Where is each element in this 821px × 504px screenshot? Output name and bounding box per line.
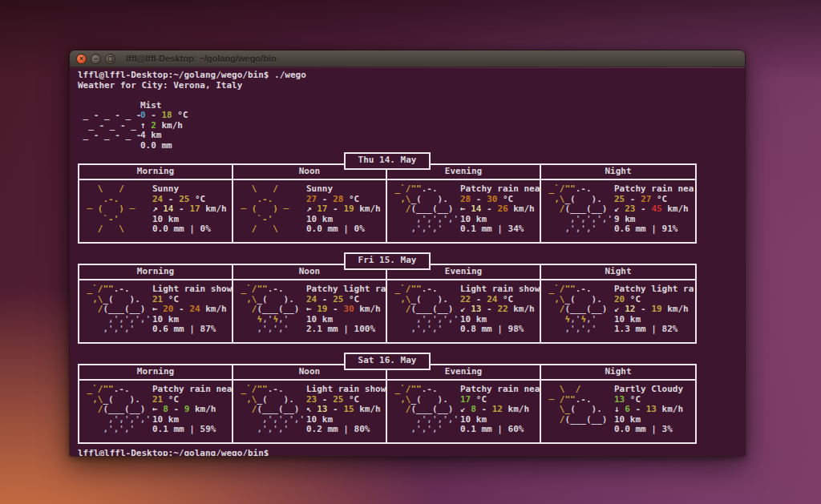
- minimize-icon: –: [94, 55, 98, 62]
- forecast-text: Patchy rain nea 21 °C ← 8 - 9 km/h 10 km…: [152, 385, 232, 437]
- weather-icon-rain: _`/"".-. ,\_( ). /(___(__) ‚'‚'‚'‚' ‚'‚'…: [82, 385, 151, 437]
- forecast-text: Patchy light ra 24 - 25 °C ← 19 - 30 km/…: [306, 284, 386, 337]
- day-section: Sat 16. MayMorningNoonEveningNight _`/""…: [78, 353, 697, 444]
- forecast-cell: \ / ─ /"".-. \_( ). /(___(__) Partly Clo…: [541, 381, 695, 442]
- current-conditions-text: Mist 0 - 18 °C ↑ 2 km/h 4 km 0.0 mm: [140, 101, 188, 151]
- window-titlebar[interactable]: × – ◻ lffl@lffl-Desktop: ~/golang/wego/b…: [70, 50, 745, 67]
- weather-icon-partly-cloudy: \ / ─ /"".-. \_( ). /(___(__): [544, 385, 613, 437]
- window-title: lffl@lffl-Desktop: ~/golang/wego/bin: [126, 54, 277, 63]
- forecast-cell: _`/"".-. ,\_( ). /(___(__) ‚'‚'‚'‚' ‚'‚'…: [387, 381, 541, 442]
- weather-icon-sunny: \ / .-. ─ ( ) ─ `-' / \: [82, 184, 151, 237]
- day-label: Sat 16. May: [344, 353, 431, 370]
- close-button[interactable]: ×: [76, 54, 87, 64]
- shell-prompt: lffl@lffl-Desktop:~/golang/wego/bin$: [78, 70, 269, 80]
- weather-icon-rain: _`/"".-. ,\_( ). /(___(__) ‚'‚'‚'‚' ‚'‚'…: [82, 284, 151, 337]
- forecast-text: Patchy rain nea 17 °C ↙ 8 - 12 km/h 10 k…: [460, 385, 540, 437]
- forecast-text: Light rain show 21 °C ← 20 - 24 km/h 10 …: [152, 284, 232, 337]
- day-section: Thu 14. MayMorningNoonEveningNight \ / .…: [78, 152, 697, 244]
- forecast-table: MorningNoonEveningNight _`/"".-. ,\_( ).…: [78, 264, 697, 345]
- forecast-cell: _`/"".-. ,\_( ). /(___(__) ‚'‚'‚'‚' ‚'‚'…: [79, 381, 233, 442]
- forecast-text: Partly Cloudy 13 °C ↓ 6 - 13 km/h 10 km …: [614, 385, 695, 437]
- city-line: Weather for City: Verona, Italy: [78, 81, 737, 91]
- close-icon: ×: [79, 55, 83, 62]
- forecast-text: Sunny 24 - 25 °C ↗ 14 - 17 km/h 10 km 0.…: [152, 184, 232, 237]
- command-text: ./wego: [269, 70, 305, 80]
- forecast-cell: \ / .-. ─ ( ) ─ `-' / \Sunny 24 - 25 °C …: [79, 180, 233, 242]
- forecast-cell: _`/"".-. ,\_( ). /(___(__) ‚'‚'‚'‚' ‚'‚'…: [79, 280, 233, 342]
- forecast-text: Patchy rain nea 25 - 27 °C ↙ 23 - 45 km/…: [614, 184, 695, 237]
- weather-icon-rain-thunder: _`/"".-. ,\_( ). /(___(__) ϟ‚'ϟ‚' ‚'‚'‚': [544, 284, 613, 337]
- forecast-table: MorningNoonEveningNight _`/"".-. ,\_( ).…: [78, 364, 697, 445]
- weather-icon-sunny: \ / .-. ─ ( ) ─ `-' / \: [236, 184, 305, 237]
- weather-icon-rain-thunder: _`/"".-. ,\_( ). /(___(__) ϟ‚'ϟ‚' ‚'‚'‚': [236, 284, 305, 337]
- forecast-table: MorningNoonEveningNight \ / .-. ─ ( ) ─ …: [78, 163, 697, 244]
- forecast-text: Sunny 27 - 28 °C ↗ 17 - 19 km/h 10 km 0.…: [306, 184, 386, 237]
- forecast-cell: _`/"".-. ,\_( ). /(___(__) ‚'‚'‚'‚' ‚'‚'…: [387, 280, 541, 342]
- terminal-window: × – ◻ lffl@lffl-Desktop: ~/golang/wego/b…: [69, 50, 746, 457]
- desktop-background: × – ◻ lffl@lffl-Desktop: ~/golang/wego/b…: [0, 0, 821, 504]
- weather-icon-rain: _`/"".-. ,\_( ). /(___(__) ‚'‚'‚'‚' ‚'‚'…: [390, 385, 459, 437]
- current-conditions: _ - _ - _ - _ - _ - _ _ - _ - _ - Mist 0…: [78, 101, 737, 151]
- weather-icon-rain: _`/"".-. ,\_( ). /(___(__) ‚'‚'‚'‚' ‚'‚'…: [390, 284, 459, 337]
- forecast-cell: _`/"".-. ,\_( ). /(___(__) ϟ‚'ϟ‚' ‚'‚'‚'…: [541, 280, 695, 342]
- forecast-cell: _`/"".-. ,\_( ). /(___(__) ‚'‚'‚'‚' ‚'‚'…: [541, 180, 695, 242]
- forecast-cell: _`/"".-. ,\_( ). /(___(__) ‚'‚'‚'‚' ‚'‚'…: [233, 381, 387, 442]
- shell-prompt-bottom: lffl@lffl-Desktop:~/golang/wego/bin$: [78, 449, 737, 456]
- forecast-cell: _`/"".-. ,\_( ). /(___(__) ‚'‚'‚'‚' ‚'‚'…: [387, 180, 541, 242]
- day-section: Fri 15. MayMorningNoonEveningNight _`/""…: [78, 252, 697, 344]
- weather-icon-mist: _ - _ - _ - _ - _ - _ _ - _ - _ -: [78, 101, 140, 151]
- forecast-text: Light rain show 22 - 24 °C ↙ 13 - 22 km/…: [460, 284, 540, 337]
- forecast-text: Light rain show 23 - 25 °C ↖ 13 - 15 km/…: [306, 385, 386, 437]
- weather-icon-rain: _`/"".-. ,\_( ). /(___(__) ‚'‚'‚'‚' ‚'‚'…: [390, 184, 459, 237]
- weather-icon-rain: _`/"".-. ,\_( ). /(___(__) ‚'‚'‚'‚' ‚'‚'…: [236, 385, 305, 437]
- maximize-button[interactable]: ◻: [105, 54, 115, 64]
- day-label: Thu 14. May: [344, 152, 431, 170]
- forecast-cell: \ / .-. ─ ( ) ─ `-' / \Sunny 27 - 28 °C …: [233, 180, 387, 242]
- day-label: Fri 15. May: [344, 252, 431, 270]
- forecast-text: Patchy light ra 20 °C ↙ 12 - 19 km/h 10 …: [614, 284, 695, 337]
- minimize-button[interactable]: –: [91, 54, 101, 64]
- forecast-text: Patchy rain nea 28 - 30 °C ← 14 - 26 km/…: [460, 184, 540, 237]
- maximize-icon: ◻: [107, 55, 113, 62]
- command-line: lffl@lffl-Desktop:~/golang/wego/bin$ ./w…: [78, 71, 737, 81]
- weather-icon-rain: _`/"".-. ,\_( ). /(___(__) ‚'‚'‚'‚' ‚'‚'…: [544, 184, 613, 237]
- terminal-screen[interactable]: lffl@lffl-Desktop:~/golang/wego/bin$ ./w…: [70, 68, 745, 456]
- forecast-cell: _`/"".-. ,\_( ). /(___(__) ϟ‚'ϟ‚' ‚'‚'‚'…: [233, 280, 387, 342]
